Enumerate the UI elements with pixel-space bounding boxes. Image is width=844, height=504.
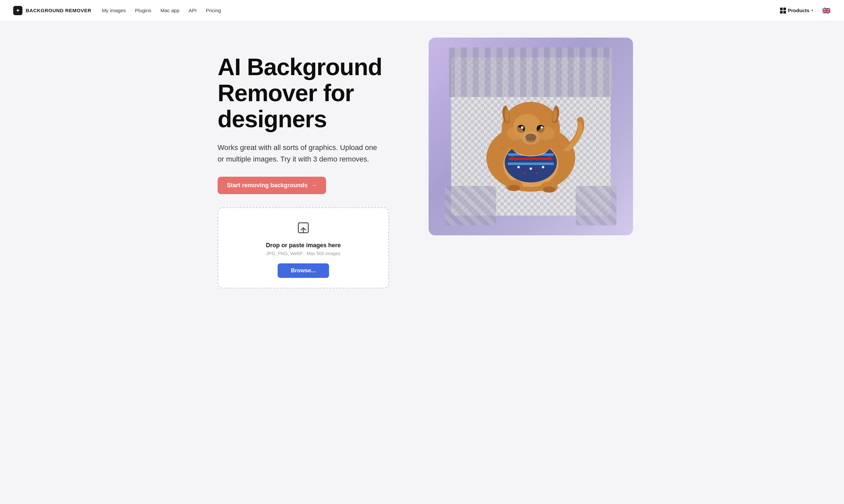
svg-point-9 xyxy=(529,167,532,170)
svg-point-30 xyxy=(543,186,555,193)
hero-image-panel xyxy=(429,38,633,235)
navbar-left: ✦ BACKGROUND REMOVER My images Plugins M… xyxy=(13,6,221,15)
svg-rect-7 xyxy=(508,162,554,165)
hero-subtitle: Works great with all sorts of graphics. … xyxy=(218,142,382,165)
cta-label: Start removing backgrounds xyxy=(227,182,308,189)
nav-item-pricing[interactable]: Pricing xyxy=(206,7,221,14)
browse-button[interactable]: Browse... xyxy=(277,263,329,278)
svg-point-12 xyxy=(536,173,538,174)
upload-icon xyxy=(228,221,378,237)
nav-links: My images Plugins Mac app API Pricing xyxy=(102,7,221,14)
nav-item-myimages[interactable]: My images xyxy=(102,7,126,14)
language-flag-icon[interactable]: 🇬🇧 xyxy=(822,7,831,14)
brand-name: BACKGROUND REMOVER xyxy=(26,7,91,13)
svg-point-29 xyxy=(508,185,520,191)
nav-item-macapp[interactable]: Mac app xyxy=(161,7,180,14)
svg-rect-6 xyxy=(509,158,552,160)
nav-item-api[interactable]: API xyxy=(188,7,197,14)
upload-zone[interactable]: Drop or paste images here JPG, PNG, WebP… xyxy=(218,207,389,288)
cta-button[interactable]: Start removing backgrounds → xyxy=(218,177,326,194)
nav-item-plugins[interactable]: Plugins xyxy=(135,7,151,14)
upload-title: Drop or paste images here xyxy=(228,242,378,249)
nav-link-api[interactable]: API xyxy=(188,7,197,13)
nav-link-macapp[interactable]: Mac app xyxy=(161,7,180,13)
products-label: Products xyxy=(788,7,809,13)
navbar: ✦ BACKGROUND REMOVER My images Plugins M… xyxy=(0,0,844,21)
svg-point-24 xyxy=(522,131,540,145)
svg-point-8 xyxy=(517,166,520,168)
brand-icon: ✦ xyxy=(13,6,22,15)
dog-illustration xyxy=(454,59,608,214)
svg-point-11 xyxy=(524,173,526,174)
hero-title: AI Background Remover for designers xyxy=(218,54,409,132)
left-panel: AI Background Remover for designers Work… xyxy=(218,41,409,288)
svg-point-20 xyxy=(522,127,523,129)
navbar-right: Products ▾ 🇬🇧 xyxy=(777,5,831,16)
svg-point-10 xyxy=(542,166,544,168)
main-content: AI Background Remover for designers Work… xyxy=(191,21,653,504)
nav-link-plugins[interactable]: Plugins xyxy=(135,7,151,13)
products-button[interactable]: Products ▾ xyxy=(777,5,816,16)
svg-point-25 xyxy=(507,127,524,140)
cta-arrow-icon: → xyxy=(311,182,317,189)
svg-point-26 xyxy=(537,127,555,140)
nav-link-myimages[interactable]: My images xyxy=(102,7,126,13)
brand-logo[interactable]: ✦ BACKGROUND REMOVER xyxy=(13,6,91,15)
nav-link-pricing[interactable]: Pricing xyxy=(206,7,221,13)
chevron-down-icon: ▾ xyxy=(811,8,813,12)
grid-icon xyxy=(780,7,786,14)
upload-hint: JPG, PNG, WebP · Max 500 images xyxy=(228,251,378,256)
